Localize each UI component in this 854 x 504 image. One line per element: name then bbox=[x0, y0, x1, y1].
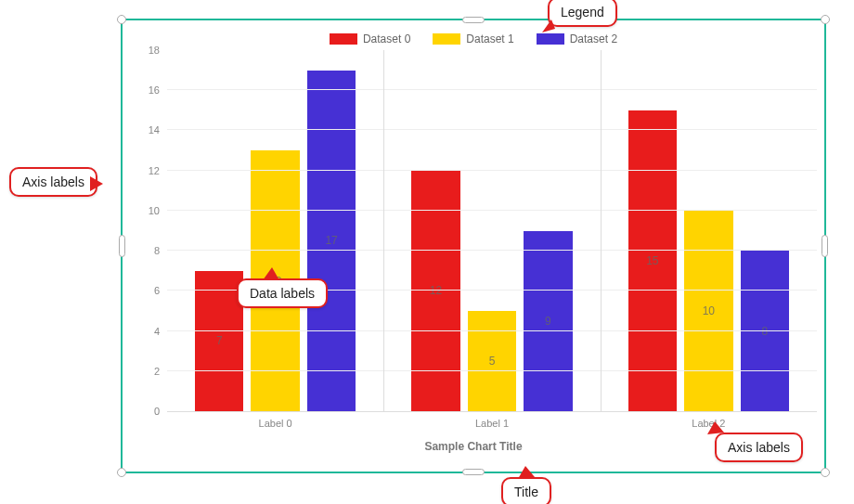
callout-axis-labels-left-text: Axis labels bbox=[22, 174, 84, 189]
x-axis-label: Label 0 bbox=[167, 412, 383, 438]
callout-data-labels: Data labels bbox=[237, 278, 328, 308]
gridline bbox=[167, 170, 817, 171]
y-tick-label: 6 bbox=[154, 285, 160, 296]
bar-group: 1259 bbox=[383, 50, 600, 411]
callout-axis-labels-left: Axis labels bbox=[9, 167, 97, 197]
legend-item: Dataset 1 bbox=[433, 32, 513, 45]
group-separator bbox=[383, 50, 384, 411]
y-tick-label: 18 bbox=[149, 45, 160, 56]
resize-handle-tl[interactable] bbox=[117, 15, 126, 24]
legend-item: Dataset 0 bbox=[330, 32, 410, 45]
callout-title-text: Title bbox=[514, 485, 538, 499]
y-tick-label: 8 bbox=[154, 245, 160, 256]
callout-legend: Legend bbox=[548, 0, 617, 27]
callout-legend-text: Legend bbox=[561, 5, 604, 19]
gridline bbox=[167, 330, 817, 331]
resize-handle-tr[interactable] bbox=[821, 15, 830, 24]
y-axis: 024681012141618 bbox=[130, 50, 163, 411]
bar: 15 bbox=[628, 110, 677, 411]
x-axis-label: Label 1 bbox=[383, 412, 600, 438]
gridline bbox=[167, 210, 817, 211]
chart-title: Sample Chart Title bbox=[130, 440, 817, 453]
chart-legend: Dataset 0Dataset 1Dataset 2 bbox=[130, 28, 817, 50]
chart-plot-area: 024681012141618 71317125915108 bbox=[167, 50, 817, 412]
gridline bbox=[167, 250, 817, 251]
data-label: 9 bbox=[545, 315, 551, 328]
data-label: 7 bbox=[216, 334, 223, 347]
y-tick-label: 14 bbox=[149, 124, 160, 136]
bar: 5 bbox=[468, 311, 516, 411]
resize-handle-bm[interactable] bbox=[462, 469, 485, 475]
data-label: 17 bbox=[325, 234, 337, 247]
resize-handle-br[interactable] bbox=[821, 468, 830, 477]
legend-label: Dataset 0 bbox=[363, 32, 410, 45]
callout-axis-labels-right-text: Axis labels bbox=[728, 440, 790, 455]
y-tick-label: 2 bbox=[154, 366, 160, 377]
bar-group: 71317 bbox=[167, 50, 383, 411]
gridline bbox=[167, 129, 817, 130]
y-tick-label: 16 bbox=[149, 84, 160, 96]
resize-handle-lm[interactable] bbox=[119, 235, 125, 257]
legend-label: Dataset 2 bbox=[570, 32, 617, 45]
data-label: 15 bbox=[646, 254, 658, 267]
gridline bbox=[167, 89, 817, 90]
legend-swatch bbox=[433, 33, 460, 45]
legend-swatch bbox=[330, 33, 357, 45]
bar-group: 15108 bbox=[601, 50, 817, 411]
resize-handle-tm[interactable] bbox=[462, 17, 485, 23]
resize-handle-bl[interactable] bbox=[117, 468, 126, 477]
callout-data-labels-text: Data labels bbox=[250, 286, 315, 301]
data-label: 8 bbox=[761, 325, 768, 338]
callout-axis-labels-right: Axis labels bbox=[715, 433, 803, 462]
data-label: 10 bbox=[703, 304, 715, 317]
bars-container: 71317125915108 bbox=[167, 50, 817, 411]
y-tick-label: 12 bbox=[149, 165, 160, 176]
resize-handle-rm[interactable] bbox=[822, 235, 828, 257]
data-label: 5 bbox=[489, 355, 496, 368]
gridline bbox=[167, 370, 817, 371]
bar: 10 bbox=[684, 211, 732, 411]
y-tick-label: 4 bbox=[154, 326, 160, 337]
y-tick-label: 0 bbox=[154, 406, 160, 417]
chart-container: Dataset 0Dataset 1Dataset 2 024681012141… bbox=[130, 28, 817, 464]
bar: 17 bbox=[307, 71, 356, 411]
group-separator bbox=[601, 50, 602, 411]
y-tick-label: 10 bbox=[149, 205, 160, 216]
legend-label: Dataset 1 bbox=[466, 32, 513, 45]
callout-title: Title bbox=[501, 477, 551, 504]
bar: 8 bbox=[741, 251, 789, 411]
bar: 9 bbox=[524, 231, 572, 412]
